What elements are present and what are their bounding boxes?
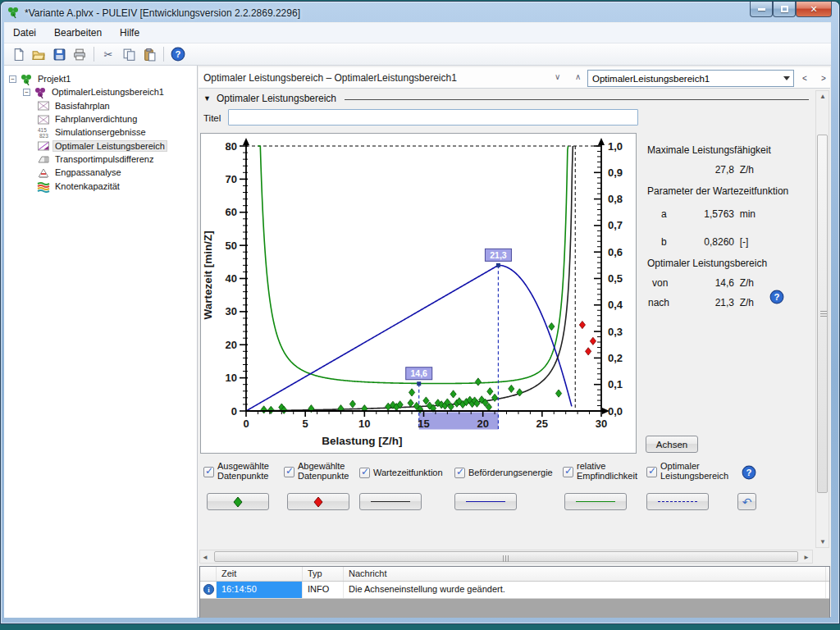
info-icon: i [200, 582, 217, 598]
axis-label: 0 [231, 405, 237, 418]
window-title: *Variante A.plvx - PULEIV [Entwicklungsv… [25, 7, 300, 19]
scroll-left-icon[interactable]: ◄ [202, 554, 208, 561]
v-scroll-thumb[interactable] [817, 135, 828, 493]
log-zeit-cell[interactable]: 16:14:50 [217, 582, 303, 598]
tree-item-projekt1[interactable]: −Projekt1 [4, 72, 197, 85]
checkbox-box[interactable]: ✓ [454, 468, 465, 478]
axis-label: 21,3 [490, 250, 507, 260]
tree-item-optimalerleistungsbereich1[interactable]: −OptimalerLeistungsbereich1 [4, 85, 197, 98]
range-low-marker [417, 381, 421, 386]
empfindlichkeit-style-button[interactable] [564, 493, 627, 510]
main-h-scrollbar[interactable]: ◄ ► [199, 550, 813, 564]
collapse-down-icon[interactable]: ∨ [555, 72, 560, 81]
max-capacity-unit: Z/h [740, 164, 754, 176]
log-row[interactable]: i16:14:50INFODie Achseneinstellung wurde… [200, 582, 829, 599]
tree-item-simulationsergebnisse[interactable]: 415823Simulationsergebnisse [4, 126, 197, 139]
axis-label: 40 [226, 272, 237, 285]
prev-button[interactable]: < [797, 71, 812, 84]
checkbox-abgew-hlte-datenpunkte[interactable]: ✓AbgewählteDatenpunkte [284, 461, 349, 484]
titlebar[interactable]: *Variante A.plvx - PULEIV [Entwicklungsv… [7, 6, 300, 21]
menu-bar: DateiBearbeitenHilfe [4, 23, 831, 43]
checkbox-box[interactable]: ✓ [646, 467, 657, 477]
wz-params-title: Parameter der Wartezeitfunktion [647, 185, 788, 197]
axis-label: 1,0 [608, 140, 623, 153]
maximize-button[interactable] [773, 2, 796, 17]
log-col-icon[interactable] [200, 567, 217, 581]
deselected-points-style-button[interactable] [287, 493, 349, 510]
left-axis-arrow [243, 138, 249, 145]
variant-combobox[interactable]: OptimalerLeistungsbereich1 [587, 70, 794, 87]
log-header: ZeitTypNachricht [200, 567, 829, 582]
panel-title: Optimaler Leistungsbereich – OptimalerLe… [203, 72, 457, 84]
h-scroll-thumb[interactable] [214, 551, 798, 562]
section-header[interactable]: ▼ Optimaler Leistungsbereich [203, 93, 336, 104]
menu-item-datei[interactable]: Datei [4, 24, 45, 42]
collapse-up-icon[interactable]: ∧ [575, 72, 581, 81]
open-folder-icon[interactable] [30, 45, 48, 63]
log-col-typ[interactable]: Typ [303, 567, 344, 581]
checkbox-ausgew-hlte-datenpunkte[interactable]: ✓AusgewählteDatenpunkte [203, 461, 269, 484]
menu-item-hilfe[interactable]: Hilfe [111, 24, 148, 42]
tree-item-fahrplanverdichtung[interactable]: Fahrplanverdichtung [4, 112, 197, 126]
checkbox-bef-rderungsenergie[interactable]: ✓Beförderungsenergie [454, 461, 553, 484]
checkbox-box[interactable]: ✓ [284, 467, 294, 477]
main-v-scrollbar[interactable]: ▲ ▼ [815, 90, 829, 548]
chart-canvas: 051015202530010203040506070800,00,10,20,… [201, 134, 636, 453]
befoerderungsenergie-style-button[interactable] [454, 493, 517, 510]
scroll-up-icon[interactable]: ▲ [819, 93, 826, 100]
max-capacity-title: Maximale Leistungsfähigkeit [647, 144, 771, 156]
tree-item-basisfahrplan[interactable]: Basisfahrplan [4, 99, 197, 112]
scroll-down-icon[interactable]: ▼ [819, 538, 826, 546]
tree-item-label: Engpassanalyse [53, 167, 123, 177]
nach-value: 21,3 [685, 297, 734, 308]
chart-container[interactable]: 051015202530010203040506070800,00,10,20,… [200, 133, 637, 454]
checkbox-relative-empfindlichkeit[interactable]: ✓relativeEmpfindlichkeit [563, 461, 637, 484]
wartezeitfunktion-style-button[interactable] [359, 493, 422, 510]
checkbox-wartezeitfunktion[interactable]: ✓Wartezeitfunktion [359, 461, 443, 484]
help-icon-2[interactable]: ? [742, 465, 756, 483]
numbers-icon: 415823 [37, 126, 50, 139]
help-icon[interactable]: ? [769, 290, 784, 308]
optimal-range-style-button[interactable] [646, 493, 709, 510]
new-file-icon[interactable] [9, 45, 27, 63]
titel-input[interactable] [228, 109, 638, 126]
print-icon[interactable] [71, 45, 89, 63]
tree-item-transportimpulsdifferenz[interactable]: Transportimpulsdifferenz [4, 153, 197, 166]
tree-item-engpassanalyse[interactable]: Engpassanalyse [4, 166, 197, 179]
copy-icon[interactable] [120, 45, 138, 63]
tree-item-label: Projekt1 [36, 74, 72, 84]
log-col-zeit[interactable]: Zeit [217, 567, 303, 581]
tree-item-optimaler-leistungsbereich[interactable]: Optimaler Leistungsbereich [4, 139, 197, 152]
next-button[interactable]: > [816, 71, 831, 84]
tree-expander-icon[interactable]: − [9, 75, 16, 83]
selected-point [386, 403, 391, 410]
scroll-right-icon[interactable]: ► [803, 554, 810, 561]
selected-points-style-button[interactable] [207, 493, 269, 510]
checkbox-box[interactable]: ✓ [563, 467, 573, 477]
max-capacity-value: 27,8 [685, 164, 734, 176]
checkbox-optimaler-leistungsbereich[interactable]: ✓OptimalerLeistungsbereich [646, 461, 728, 484]
checkbox-box[interactable]: ✓ [203, 467, 214, 477]
achsen-button[interactable]: Achsen [646, 436, 698, 453]
axis-label: 0 [243, 418, 249, 430]
tree-expander-icon[interactable]: − [23, 89, 30, 96]
paste-icon[interactable] [140, 45, 158, 63]
axis-label: 0,3 [608, 326, 623, 338]
cut-icon[interactable]: ✂ [99, 45, 117, 63]
log-col-nachricht[interactable]: Nachricht [344, 567, 826, 581]
help-icon[interactable]: ? [169, 45, 187, 63]
close-button[interactable]: ✕ [796, 2, 832, 17]
axis-label: 0,9 [608, 167, 623, 179]
svg-text:415: 415 [38, 127, 47, 133]
axis-label: Belastung [Z/h] [322, 435, 402, 447]
tree-item-knotenkapazit-t[interactable]: Knotenkapazität [4, 179, 197, 192]
menu-item-bearbeiten[interactable]: Bearbeiten [45, 24, 111, 42]
empfindlichkeit-curve [258, 146, 568, 384]
param-a-unit: min [740, 208, 756, 220]
checkbox-label: AusgewählteDatenpunkte [217, 461, 269, 481]
checkbox-box[interactable]: ✓ [359, 468, 370, 478]
undo-style-button[interactable]: ↶ [737, 493, 756, 510]
save-icon[interactable] [50, 45, 68, 63]
section-collapse-icon[interactable]: ▼ [203, 94, 211, 103]
minimize-button[interactable] [750, 2, 773, 17]
